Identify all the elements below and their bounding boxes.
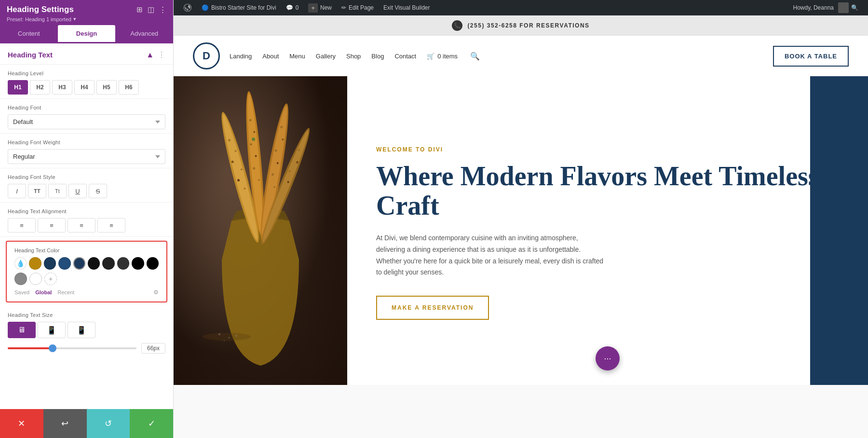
panel-topbar: Heading Settings ⊞ ◫ ⋮ Preset: Heading 1…	[0, 0, 173, 25]
color-swatch-gray[interactable]	[14, 273, 27, 285]
heading-level-h2[interactable]: H2	[30, 80, 50, 95]
adminbar-edit-page[interactable]: ✏ Edit Page	[337, 0, 379, 15]
tab-design[interactable]: Design	[58, 25, 116, 43]
heading-font-style-setting: Heading Font Style I TT Tt U S	[0, 168, 173, 203]
nav-landing[interactable]: Landing	[230, 53, 252, 60]
heading-font-weight-select[interactable]: Regular Bold Light	[8, 149, 165, 164]
font-style-t-small[interactable]: Tt	[48, 184, 67, 198]
color-settings-icon[interactable]: ⚙	[153, 289, 159, 296]
heading-font-setting: Heading Font Default Georgia Arial	[0, 99, 173, 134]
font-style-strikethrough[interactable]: S	[89, 184, 107, 198]
tab-advanced[interactable]: Advanced	[115, 25, 173, 43]
section-more-icon[interactable]: ⋮	[158, 50, 165, 59]
device-buttons: 🖥 📱 📱	[8, 322, 165, 338]
heading-level-h5[interactable]: H5	[96, 80, 117, 95]
panel-content: Heading Text ▲ ⋮ Heading Level H1 H2 H3 …	[0, 43, 173, 438]
device-desktop[interactable]: 🖥	[8, 322, 36, 338]
notice-bar: 📞 (255) 352-6258 FOR RESERVATIONS	[174, 15, 868, 36]
adminbar-new[interactable]: + New	[303, 0, 337, 15]
adminbar-exit-vb[interactable]: Exit Visual Builder	[379, 0, 435, 15]
panel-footer: ✕ ↩ ↺ ✓	[0, 409, 173, 438]
cart-area[interactable]: 🛒 0 items	[427, 53, 458, 60]
align-justify[interactable]: ≡	[97, 218, 125, 233]
align-center[interactable]: ≡	[38, 218, 66, 233]
svg-point-36	[229, 337, 230, 339]
color-swatch-navy2[interactable]	[58, 257, 70, 270]
search-icon[interactable]: 🔍	[470, 52, 480, 61]
save-button[interactable]: ✓	[130, 409, 173, 438]
color-tabs-row: Saved Global Recent ⚙	[14, 289, 159, 296]
size-slider-thumb[interactable]	[49, 344, 56, 352]
align-left[interactable]: ≡	[8, 218, 36, 233]
color-swatch-navy1[interactable]	[44, 257, 56, 270]
hero-section: WELCOME TO DIVI Where Modern Flavors Mee…	[174, 76, 868, 385]
food-illustration	[174, 76, 347, 385]
undo-button[interactable]: ↩	[43, 409, 87, 438]
align-right[interactable]: ≡	[68, 218, 95, 233]
color-swatch-white[interactable]	[29, 273, 42, 285]
wp-adminbar: 🔵 Bistro Starter Site for Divi 💬 0 + New…	[174, 0, 868, 15]
heading-level-h6[interactable]: H6	[119, 80, 139, 95]
size-slider-track[interactable]	[8, 347, 136, 349]
cart-icon: 🛒	[427, 53, 434, 60]
heading-font-select[interactable]: Default Georgia Arial	[8, 114, 165, 129]
color-swatches-row2: +	[14, 273, 159, 285]
color-swatch-gold[interactable]	[29, 257, 41, 270]
svg-point-35	[218, 333, 220, 335]
redo-button[interactable]: ↺	[87, 409, 130, 438]
color-swatch-black5[interactable]	[147, 257, 159, 270]
heading-level-buttons: H1 H2 H3 H4 H5 H6	[8, 80, 165, 95]
divi-floating-button[interactable]: ···	[596, 346, 620, 370]
color-swatch-black2[interactable]	[102, 257, 114, 270]
heading-text-alignment-label: Heading Text Alignment	[8, 208, 165, 214]
cancel-button[interactable]: ✕	[0, 409, 43, 438]
panel-icon-settings[interactable]: ⊞	[136, 5, 143, 14]
adminbar-search-icon[interactable]: 🔍	[851, 4, 858, 11]
book-table-button[interactable]: BOOK A TABLE	[773, 46, 849, 67]
alignment-buttons: ≡ ≡ ≡ ≡	[8, 218, 165, 233]
color-eyedropper[interactable]: 💧	[14, 257, 27, 270]
nav-contact[interactable]: Contact	[394, 53, 416, 60]
adminbar-user[interactable]: Howdy, Deanna 🔍	[788, 2, 864, 13]
panel-icon-more[interactable]: ⋮	[159, 5, 166, 14]
divi-dots-icon: ···	[604, 354, 611, 364]
color-tab-saved[interactable]: Saved	[14, 289, 29, 295]
color-tab-recent[interactable]: Recent	[57, 289, 74, 295]
section-collapse-icon[interactable]: ▲	[146, 51, 154, 59]
color-add-button[interactable]: +	[44, 273, 57, 285]
section-header: Heading Text ▲ ⋮	[0, 43, 173, 65]
font-style-tt[interactable]: TT	[28, 184, 46, 198]
page-content: 📞 (255) 352-6258 FOR RESERVATIONS D Land…	[174, 15, 868, 438]
reservation-button[interactable]: MAKE A RESERVATION	[376, 296, 489, 320]
adminbar-comments[interactable]: 💬 0	[281, 0, 304, 15]
heading-level-h3[interactable]: H3	[52, 80, 72, 95]
site-logo[interactable]: D	[193, 42, 220, 69]
adminbar-wp-icon[interactable]	[178, 0, 197, 15]
nav-shop[interactable]: Shop	[346, 53, 361, 60]
panel-preset[interactable]: Preset: Heading 1 imported ▾	[7, 16, 166, 22]
adminbar-site-name[interactable]: 🔵 Bistro Starter Site for Divi	[197, 0, 281, 15]
nav-menu[interactable]: Menu	[289, 53, 305, 60]
font-style-italic[interactable]: I	[8, 184, 26, 198]
tab-content[interactable]: Content	[0, 25, 58, 43]
color-swatches-row1: 💧	[14, 257, 159, 270]
font-style-underline[interactable]: U	[68, 184, 87, 198]
panel-icon-layout[interactable]: ◫	[148, 5, 154, 14]
heading-level-h1[interactable]: H1	[8, 80, 28, 95]
phone-icon: 📞	[452, 20, 462, 31]
heading-font-style-label: Heading Font Style	[8, 174, 165, 180]
nav-about[interactable]: About	[262, 53, 279, 60]
color-swatch-black1[interactable]	[88, 257, 100, 270]
color-swatch-black3[interactable]	[117, 257, 129, 270]
nav-blog[interactable]: Blog	[371, 53, 384, 60]
device-tablet[interactable]: 📱	[38, 322, 66, 338]
hero-heading: Where Modern Flavors Meet Timeless Craft	[376, 162, 839, 221]
size-slider-value[interactable]: 66px	[141, 343, 165, 354]
color-swatch-navy3[interactable]	[73, 257, 85, 270]
color-swatch-black4[interactable]	[132, 257, 144, 270]
panel-title: Heading Settings	[7, 5, 74, 14]
heading-level-h4[interactable]: H4	[74, 80, 95, 95]
nav-gallery[interactable]: Gallery	[316, 53, 336, 60]
color-tab-global[interactable]: Global	[35, 289, 52, 295]
device-mobile[interactable]: 📱	[68, 322, 95, 338]
